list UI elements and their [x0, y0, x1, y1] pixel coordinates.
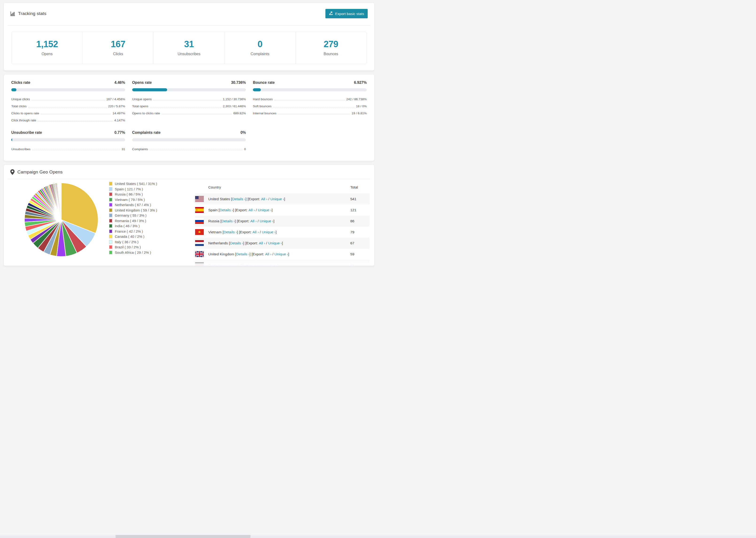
stat-row: Internal bounces 19 / 6.81% — [253, 110, 367, 117]
legend-label: United States ( 541 / 31% ) — [115, 182, 157, 186]
bracket: ] — [272, 208, 273, 212]
legend-item: United States ( 541 / 31% ) — [109, 182, 184, 186]
legend-swatch — [109, 208, 112, 212]
complaints-rate-panel: Complaints rate 0% Complaints 0 — [132, 131, 246, 153]
stat-label: Total clicks — [11, 104, 27, 108]
summary-stats-row: 1,152 Opens 167 Clicks 31 Unsubscribes 0… — [12, 32, 366, 64]
country-column-header: Country — [195, 185, 221, 189]
flag-es-icon — [195, 207, 204, 213]
bounces-label: Bounces — [296, 52, 366, 56]
bracket: ] — [288, 252, 289, 256]
geo-pie-chart[interactable] — [23, 180, 100, 266]
export-unique-link[interactable]: Unique › — [263, 263, 277, 266]
export-label: ] [Export: — [233, 208, 248, 212]
country-total: 541 — [350, 197, 356, 201]
legend-swatch — [109, 182, 112, 186]
details-link[interactable]: Details › — [224, 230, 237, 234]
page-title: Tracking stats — [18, 11, 46, 16]
legend-item: Canada ( 40 / 2% ) — [109, 235, 184, 239]
export-all-link[interactable]: All › — [259, 241, 265, 245]
details-link[interactable]: Details › — [232, 197, 245, 201]
table-row: Russia [Details ›] [Export: All › / Uniq… — [195, 215, 369, 227]
export-unique-link[interactable]: Unique › — [262, 230, 276, 234]
bounce-rate-value: 6.927% — [354, 81, 367, 85]
table-row: Germany [Details ›] [Export: All › / Uni… — [195, 260, 369, 266]
slash: / — [271, 252, 274, 256]
legend-item: Spain ( 121 / 7% ) — [109, 187, 184, 191]
legend-label: Spain ( 121 / 7% ) — [115, 187, 143, 191]
export-all-link[interactable]: All › — [252, 230, 259, 234]
legend-swatch — [109, 213, 112, 217]
legend-label: Romania ( 49 / 3% ) — [115, 219, 146, 223]
export-unique-link[interactable]: Unique › — [270, 197, 284, 201]
export-all-link[interactable]: All › — [261, 197, 267, 201]
legend-swatch — [109, 219, 112, 223]
legend-swatch — [109, 240, 112, 244]
legend-label: France ( 42 / 2% ) — [115, 229, 143, 233]
stat-value: 1,152 / 30.736% — [223, 97, 246, 101]
export-label: ] [Export: — [245, 197, 261, 201]
flag-vn-icon — [195, 229, 204, 235]
stat-row: Clicks to opens rate 14.497% — [11, 110, 125, 117]
country-total: 79 — [350, 230, 354, 234]
details-link[interactable]: Details › — [225, 263, 239, 266]
clicks-count: 167 — [82, 39, 153, 49]
table-row: Netherlands [Details ›] [Export: All › /… — [195, 238, 369, 248]
export-label: ] [Export: — [237, 230, 252, 234]
legend-item: Brazil ( 33 / 2% ) — [109, 245, 184, 249]
export-unique-link[interactable]: Unique › — [260, 219, 274, 223]
bounce-rate-progressbar — [253, 88, 367, 91]
export-all-link[interactable]: All › — [254, 263, 261, 266]
legend-swatch — [109, 229, 112, 233]
export-all-link[interactable]: All › — [265, 252, 271, 256]
bounce-rate-title: Bounce rate — [253, 81, 274, 85]
clicks-rate-title: Clicks rate — [11, 81, 30, 85]
bracket: [ — [230, 197, 232, 201]
legend-label: United Kingdom ( 59 / 3% ) — [115, 208, 157, 212]
stat-value: 14.497% — [112, 112, 125, 115]
export-all-link[interactable]: All › — [250, 219, 257, 223]
details-link[interactable]: Details › — [236, 252, 249, 256]
unsubscribes-label: Unsubscribes — [153, 52, 224, 56]
slash: / — [260, 263, 263, 266]
stat-row: Unique clicks 167 / 4.456% — [11, 96, 125, 103]
legend-label: Germany ( 55 / 3% ) — [115, 213, 146, 217]
legend-label: South Africa ( 29 / 2% ) — [115, 250, 151, 254]
bounce-rate-panel: Bounce rate 6.927% Hard bounces 242 / 86… — [253, 81, 367, 124]
export-all-link[interactable]: All › — [248, 208, 255, 212]
tracking-stats-card: Tracking stats Export basic stats 1,152 … — [4, 3, 374, 71]
details-link[interactable]: Details › — [230, 241, 243, 245]
export-basic-stats-button[interactable]: Export basic stats — [325, 9, 368, 18]
opens-label: Opens — [12, 52, 82, 56]
legend-swatch — [109, 235, 112, 239]
legend-swatch — [109, 203, 112, 207]
country-name: United Kingdom — [208, 252, 234, 256]
flag-us-icon — [195, 196, 204, 202]
export-unique-link[interactable]: Unique › — [274, 252, 288, 256]
legend-item: United Kingdom ( 59 / 3% ) — [109, 208, 184, 212]
opens-rate-value: 30.736% — [231, 81, 246, 85]
legend-swatch — [109, 224, 112, 228]
country-total: 59 — [350, 252, 354, 256]
dotted-leader — [273, 107, 354, 107]
stat-value: 31 — [122, 147, 125, 151]
country-total: 86 — [350, 219, 354, 223]
legend-item: France ( 42 / 2% ) — [109, 229, 184, 233]
stat-row: Opens to clicks rate 689.82% — [132, 110, 246, 117]
details-link[interactable]: Details › — [220, 208, 233, 212]
flag-ru-icon — [195, 218, 204, 224]
summary-box-unsubscribes: 31 Unsubscribes — [153, 32, 225, 64]
legend-label: Italy ( 36 / 2% ) — [115, 240, 138, 244]
bracket: [ — [222, 230, 224, 234]
unsubscribe-rate-panel: Unsubscribe rate 0.77% Unsubscribes 31 — [11, 131, 125, 153]
export-unique-link[interactable]: Unique › — [268, 241, 282, 245]
dotted-leader — [28, 107, 106, 107]
legend-label: Vietnam ( 79 / 5% ) — [115, 198, 145, 202]
complaints-rate-value: 0% — [241, 131, 246, 135]
stat-label: Soft bounces — [253, 104, 271, 108]
legend-item: Germany ( 55 / 3% ) — [109, 213, 184, 217]
export-button-label: Export basic stats — [335, 12, 364, 16]
export-unique-link[interactable]: Unique › — [258, 208, 272, 212]
page: Tracking stats Export basic stats 1,152 … — [0, 0, 378, 266]
details-link[interactable]: Details › — [221, 219, 235, 223]
